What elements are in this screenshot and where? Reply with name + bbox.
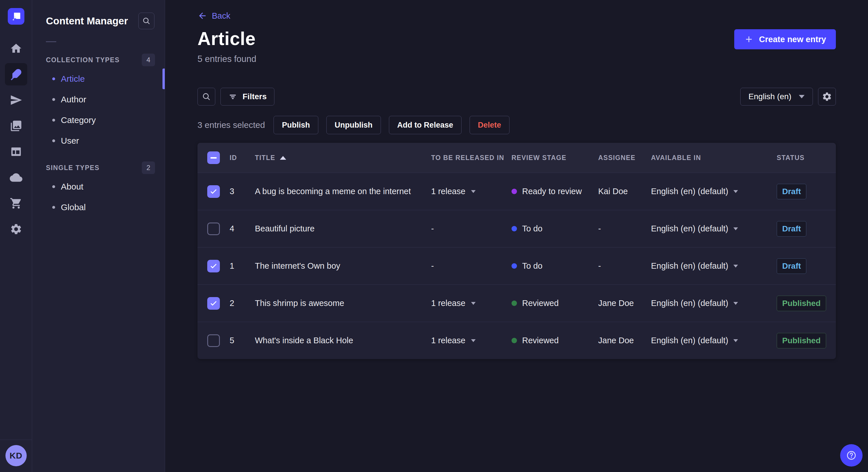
sort-ascending-icon[interactable] xyxy=(280,156,286,160)
cell-available-in[interactable]: English (en) (default) xyxy=(651,224,777,233)
search-entries-button[interactable] xyxy=(197,88,215,105)
page-title: Article xyxy=(197,28,256,49)
table-row[interactable]: 4 Beautiful picture - To do - English (e… xyxy=(197,210,836,247)
check-icon xyxy=(210,299,218,307)
column-header-id[interactable]: ID xyxy=(229,154,255,162)
subnav-item-label: Category xyxy=(61,115,96,125)
view-settings-button[interactable] xyxy=(818,88,836,105)
cell-id: 3 xyxy=(229,187,255,196)
help-button[interactable] xyxy=(840,444,863,467)
column-header-review-stage[interactable]: REVIEW STAGE xyxy=(512,154,598,162)
subnav-item-category[interactable]: Category xyxy=(32,110,165,131)
cell-id: 2 xyxy=(229,299,255,308)
row-checkbox[interactable] xyxy=(207,185,220,198)
chevron-down-icon xyxy=(799,95,805,98)
filter-icon xyxy=(228,92,237,101)
publish-button[interactable]: Publish xyxy=(274,116,318,134)
cell-assignee: Kai Doe xyxy=(598,187,651,196)
chevron-down-icon xyxy=(733,227,738,230)
column-header-title[interactable]: TITLE xyxy=(255,154,431,162)
table-row[interactable]: 5 What's inside a Black Hole 1 release R… xyxy=(197,322,836,359)
column-header-status[interactable]: STATUS xyxy=(777,154,836,162)
media-library-icon[interactable] xyxy=(5,115,27,137)
table-row[interactable]: 3 A bug is becoming a meme on the intern… xyxy=(197,173,836,210)
create-new-entry-button[interactable]: Create new entry xyxy=(734,29,836,49)
collection-types-count-badge: 4 xyxy=(142,54,155,66)
single-types-count-badge: 2 xyxy=(142,162,155,174)
subnav-item-article[interactable]: Article xyxy=(32,69,165,89)
selection-count-text: 3 entries selected xyxy=(197,120,265,130)
row-checkbox[interactable] xyxy=(207,223,220,235)
cell-available-in[interactable]: English (en) (default) xyxy=(651,299,777,308)
status-badge: Published xyxy=(777,333,826,348)
cloud-icon[interactable] xyxy=(5,166,27,189)
release-label: - xyxy=(431,261,434,271)
question-mark-icon xyxy=(846,450,857,461)
content-type-builder-icon[interactable] xyxy=(5,140,27,163)
row-checkbox[interactable] xyxy=(207,297,220,310)
subnav-item-global[interactable]: Global xyxy=(32,197,165,217)
column-header-title-label: TITLE xyxy=(255,154,275,162)
cell-assignee: - xyxy=(598,261,651,271)
select-all-checkbox[interactable] xyxy=(207,151,220,164)
cell-available-in[interactable]: English (en) (default) xyxy=(651,261,777,271)
cell-release-menu[interactable]: 1 release xyxy=(431,336,512,345)
cell-release-menu[interactable]: 1 release xyxy=(431,187,512,196)
search-icon xyxy=(142,16,151,25)
chevron-down-icon xyxy=(733,190,738,193)
cell-title: A bug is becoming a meme on the internet xyxy=(255,187,431,196)
row-checkbox[interactable] xyxy=(207,334,220,347)
subnav-search-button[interactable] xyxy=(138,12,154,29)
cell-title: What's inside a Black Hole xyxy=(255,336,431,345)
stage-dot-icon xyxy=(512,189,517,194)
cell-review-stage: Ready to review xyxy=(512,187,598,196)
subnav-item-about[interactable]: About xyxy=(32,176,165,197)
unpublish-button[interactable]: Unpublish xyxy=(327,116,381,134)
column-header-available-in[interactable]: AVAILABLE IN xyxy=(651,154,777,162)
cell-available-in[interactable]: English (en) (default) xyxy=(651,336,777,345)
back-arrow-icon xyxy=(197,11,207,21)
delete-button[interactable]: Delete xyxy=(470,116,509,134)
cell-review-stage: Reviewed xyxy=(512,336,598,345)
subnav-item-label: About xyxy=(61,182,83,192)
cell-review-stage: To do xyxy=(512,261,598,271)
chevron-down-icon xyxy=(733,339,738,342)
cell-release-menu[interactable]: 1 release xyxy=(431,299,512,308)
release-label: - xyxy=(431,224,434,233)
locale-select[interactable]: English (en) xyxy=(740,88,813,105)
locale-label: English (en) (default) xyxy=(651,336,728,345)
entries-count: 5 entries found xyxy=(197,54,256,64)
cell-id: 5 xyxy=(229,336,255,345)
cell-assignee: - xyxy=(598,224,651,233)
user-avatar[interactable]: KD xyxy=(5,445,27,466)
releases-paper-plane-icon[interactable] xyxy=(5,89,27,111)
chevron-down-icon xyxy=(733,302,738,305)
strapi-logo-glyph xyxy=(10,11,22,22)
chevron-down-icon xyxy=(471,302,476,305)
single-types-label: SINGLE TYPES xyxy=(46,164,100,172)
indeterminate-minus-icon xyxy=(210,157,217,159)
settings-gear-icon[interactable] xyxy=(5,218,27,240)
content-manager-feather-icon[interactable] xyxy=(5,63,27,86)
row-checkbox[interactable] xyxy=(207,260,220,272)
column-header-release[interactable]: TO BE RELEASED IN xyxy=(431,154,512,162)
subnav-item-user[interactable]: User xyxy=(32,131,165,151)
chevron-down-icon xyxy=(471,190,476,193)
subnav-item-label: Author xyxy=(61,95,86,104)
stage-label: Reviewed xyxy=(522,299,559,308)
filters-button[interactable]: Filters xyxy=(220,88,274,105)
search-icon xyxy=(202,92,211,101)
back-link[interactable]: Back xyxy=(197,11,230,21)
table-row[interactable]: 1 The internet's Own boy - To do - Engli… xyxy=(197,247,836,284)
subnav-item-author[interactable]: Author xyxy=(32,89,165,110)
column-header-assignee[interactable]: ASSIGNEE xyxy=(598,154,651,162)
plus-icon xyxy=(744,34,754,44)
subnav-title: Content Manager xyxy=(46,15,128,27)
chevron-down-icon xyxy=(471,339,476,342)
table-row[interactable]: 2 This shrimp is awesome 1 release Revie… xyxy=(197,284,836,322)
marketplace-cart-icon[interactable] xyxy=(5,192,27,214)
cell-available-in[interactable]: English (en) (default) xyxy=(651,187,777,196)
strapi-logo[interactable] xyxy=(8,8,24,25)
home-icon[interactable] xyxy=(5,37,27,60)
add-to-release-button[interactable]: Add to Release xyxy=(389,116,462,134)
